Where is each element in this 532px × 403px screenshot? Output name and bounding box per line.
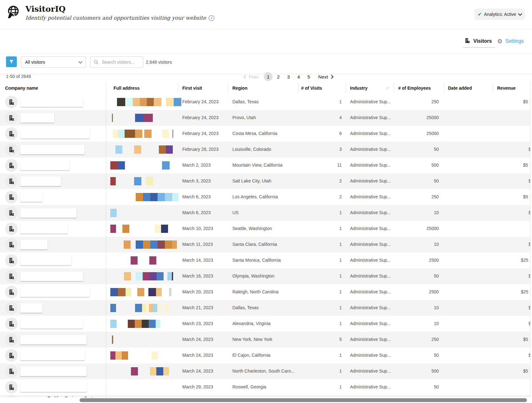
table-row[interactable]: March 20, 2023 Raleigh, North Carolina 1… <box>0 284 530 300</box>
table-row[interactable]: February 28, 2023 Louisville, Colorado 3… <box>0 142 530 157</box>
info-icon[interactable]: i <box>209 15 214 21</box>
table-row[interactable]: March 6, 2023 Los Angeles, California 2 … <box>0 189 530 205</box>
next-page-button[interactable]: Next <box>318 74 333 80</box>
address-block <box>125 130 135 138</box>
industry-cell: Administrative Sup... <box>350 115 393 120</box>
table-row[interactable]: March 6, 2023 US 1 Administrative Sup...… <box>0 205 530 221</box>
address-block <box>135 304 142 312</box>
region-cell: Seattle, Washington <box>232 226 296 231</box>
address-block <box>156 288 162 296</box>
table-row[interactable]: March 14, 2023 Santa Monica, California … <box>0 253 530 268</box>
table-row[interactable]: February 24, 2023 Costa Mesa, California… <box>0 126 530 142</box>
page-button-4[interactable]: 4 <box>294 72 303 81</box>
table-row[interactable]: March 24, 2023 North Charleston, South C… <box>0 363 530 379</box>
sort-icon[interactable]: ↓↑ <box>385 85 389 90</box>
tab-visitors[interactable]: Visitors <box>464 35 492 47</box>
company-name-redacted <box>20 208 76 218</box>
filter-button[interactable] <box>6 56 17 67</box>
col-company-name[interactable]: Company name <box>5 86 38 91</box>
horizontal-scrollbar-thumb[interactable] <box>80 398 527 402</box>
address-block <box>153 304 157 312</box>
region-cell: El Cajon, California <box>232 353 296 358</box>
col-full-address[interactable]: Full address <box>114 86 139 91</box>
results-range: 1-50 of 2648 <box>6 74 31 79</box>
table-row[interactable]: March 23, 2023 Alexandria, Virginia 1 Ad… <box>0 316 530 332</box>
company-name-redacted <box>20 256 71 265</box>
visitor-count: 2,648 visitors <box>146 60 172 65</box>
avatar <box>5 238 18 251</box>
table-row[interactable]: March 16, 2023 Olympia, Washington 1 Adm… <box>0 268 530 284</box>
col-revenue[interactable]: Revenue <box>497 86 516 91</box>
visits-cell: 1 <box>298 273 342 278</box>
first-visit-cell: February 28, 2023 <box>182 147 218 152</box>
search-box[interactable] <box>90 56 143 68</box>
page-button-2[interactable]: 2 <box>274 72 283 81</box>
col-visits[interactable]: # of Visits <box>301 86 322 91</box>
visitor-filter-dropdown[interactable]: All visitors <box>21 56 86 68</box>
horizontal-scrollbar[interactable] <box>0 397 532 403</box>
employees-cell: 2500 <box>394 289 439 294</box>
table-row[interactable]: March 29, 2023 Roswell, Georgia 1 Admini… <box>0 379 530 395</box>
address-block <box>124 240 131 249</box>
avatar <box>5 333 18 346</box>
col-industry[interactable]: Industry <box>350 86 367 91</box>
col-employees[interactable]: # of Employees <box>398 86 431 91</box>
table-row[interactable]: March 21, 2023 Dallas, Texas 1 Administr… <box>0 300 530 316</box>
col-region[interactable]: Region <box>232 86 247 91</box>
address-block <box>126 288 131 296</box>
region-cell: Olympia, Washington <box>232 273 296 278</box>
address-block <box>118 130 125 138</box>
address-block <box>135 130 142 138</box>
address-redacted-blocks <box>110 288 182 296</box>
region-cell: Roswell, Georgia <box>232 384 296 389</box>
col-first-visit[interactable]: First visit <box>182 86 202 91</box>
industry-cell: Administrative Sup... <box>350 273 393 278</box>
table-row[interactable]: March 3, 2023 Salt Lake City, Utah 2 Adm… <box>0 173 530 189</box>
table-row[interactable]: March 24, 2023 New York, New York 5 Admi… <box>0 332 530 348</box>
address-redacted-blocks <box>110 304 182 312</box>
employees-cell: 50 <box>394 353 439 358</box>
page-button-5[interactable]: 5 <box>304 72 313 81</box>
industry-cell: Administrative Sup... <box>350 226 393 231</box>
company-name-redacted <box>20 176 61 186</box>
next-label: Next <box>318 74 328 80</box>
table-row[interactable]: February 24, 2023 Dallas, Texas 1 Admini… <box>0 94 530 110</box>
table-row[interactable]: February 24, 2023 Provo, Utah 4 Administ… <box>0 110 530 126</box>
address-block <box>146 177 153 185</box>
table-row[interactable]: March 24, 2023 El Cajon, California 1 Ad… <box>0 348 530 363</box>
employees-cell: 25000 <box>394 226 439 231</box>
col-date-added[interactable]: Date added <box>448 86 472 91</box>
address-block <box>150 272 157 280</box>
address-block <box>135 114 144 122</box>
address-block <box>165 193 172 201</box>
employees-cell: 50 <box>394 273 439 278</box>
address-redacted-blocks <box>110 336 182 344</box>
analytics-status-button[interactable]: ✔ Analytics: Active <box>474 9 525 20</box>
page-button-1[interactable]: 1 <box>264 72 273 81</box>
company-name-redacted <box>20 382 87 392</box>
table-row[interactable]: March 11, 2023 Santa Clara, California 1… <box>0 237 530 253</box>
address-block <box>144 114 153 122</box>
tab-settings[interactable]: ⚙ Settings <box>497 35 524 47</box>
visits-cell: 1 <box>298 289 342 294</box>
search-input[interactable] <box>101 59 137 65</box>
address-block <box>156 320 160 328</box>
page-button-3[interactable]: 3 <box>284 72 293 81</box>
prev-page-button[interactable]: Prev <box>244 74 259 80</box>
address-redacted-blocks <box>110 209 182 217</box>
employees-cell: 50 <box>394 178 439 183</box>
table-row[interactable]: March 10, 2023 Seattle, Washington 1 Adm… <box>0 221 530 237</box>
visits-cell: 1 <box>298 305 342 310</box>
avatar <box>5 159 18 172</box>
industry-cell: Administrative Sup... <box>350 194 393 199</box>
region-cell: Santa Monica, California <box>232 258 296 263</box>
employees-cell: 50 <box>394 147 439 152</box>
first-visit-cell: March 23, 2023 <box>182 321 213 326</box>
avatar <box>5 222 18 235</box>
address-block <box>165 240 172 249</box>
address-block <box>124 272 131 280</box>
address-redacted-blocks <box>110 351 182 360</box>
avatar <box>5 317 18 330</box>
table-row[interactable]: March 2, 2023 Mountain View, California … <box>0 157 530 173</box>
address-block <box>158 193 165 201</box>
